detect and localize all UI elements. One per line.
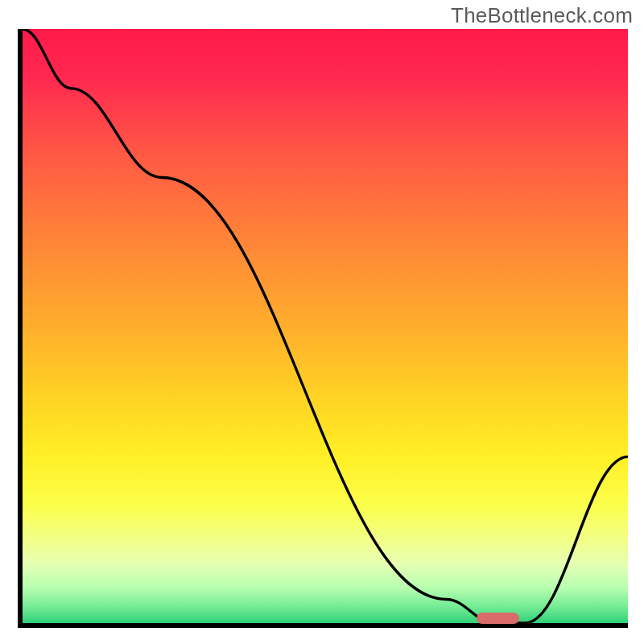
chart-plot-area	[23, 29, 628, 623]
chart-container: TheBottleneck.com	[0, 0, 644, 644]
chart-axes	[18, 29, 628, 628]
watermark-label: TheBottleneck.com	[451, 3, 633, 28]
optimal-range-marker	[477, 613, 519, 624]
bottleneck-curve	[23, 29, 628, 623]
